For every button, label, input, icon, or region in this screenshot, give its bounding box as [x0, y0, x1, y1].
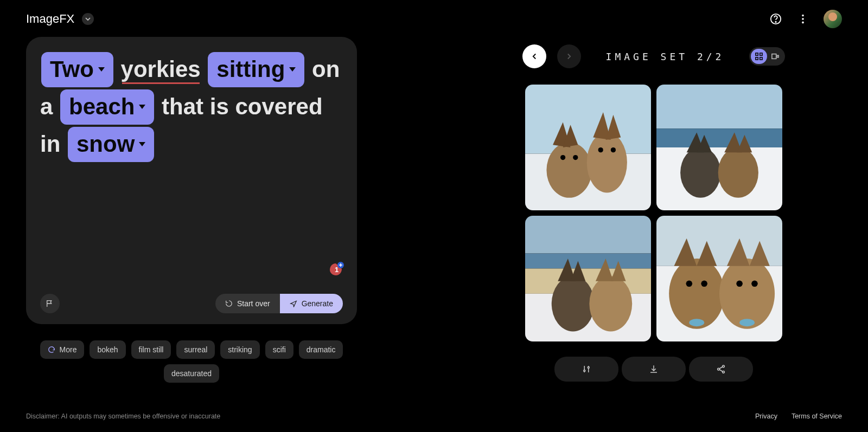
svg-rect-11 — [772, 54, 776, 59]
badge-icon: 1 — [328, 261, 344, 278]
grid-icon — [755, 53, 763, 60]
style-chip[interactable]: desaturated — [164, 364, 219, 383]
chevron-down-icon — [139, 142, 145, 146]
grid-view-button[interactable] — [751, 49, 767, 64]
svg-point-16 — [587, 132, 627, 192]
svg-point-59 — [588, 367, 589, 369]
result-thumb-2[interactable] — [656, 85, 782, 210]
svg-point-46 — [669, 259, 724, 329]
privacy-link[interactable]: Privacy — [755, 412, 777, 420]
share-button[interactable] — [689, 357, 753, 382]
start-over-button[interactable]: Start over — [215, 294, 280, 313]
prompt-word-yorkies[interactable]: yorkies — [121, 56, 201, 82]
style-row: More bokeh film still surreal striking s… — [26, 340, 357, 383]
help-button[interactable] — [769, 12, 782, 25]
single-view-button[interactable] — [767, 49, 783, 64]
arrow-right-icon — [564, 51, 574, 61]
svg-point-29 — [718, 147, 758, 198]
svg-rect-8 — [760, 53, 762, 55]
flag-icon — [46, 299, 54, 308]
share-icon — [716, 364, 726, 374]
svg-rect-10 — [760, 57, 762, 60]
prompt-actions: Start over Generate — [40, 294, 343, 313]
svg-point-54 — [736, 280, 743, 287]
prompt-chip-beach[interactable]: beach — [60, 89, 154, 125]
style-chip[interactable]: surreal — [176, 340, 215, 359]
style-more-label: More — [60, 345, 77, 354]
prompt-chip-two[interactable]: Two — [41, 52, 113, 87]
svg-point-47 — [719, 259, 775, 329]
user-avatar[interactable] — [824, 10, 842, 28]
download-button[interactable] — [622, 357, 686, 382]
start-over-label: Start over — [237, 299, 270, 308]
svg-rect-26 — [656, 128, 782, 147]
style-chip[interactable]: dramatic — [299, 340, 343, 359]
result-thumb-4[interactable] — [656, 216, 782, 341]
send-icon — [290, 300, 297, 307]
prompt-chip-snow[interactable]: snow — [68, 127, 154, 162]
svg-rect-34 — [525, 216, 651, 254]
svg-point-2 — [802, 15, 804, 17]
app-dropdown[interactable] — [82, 13, 94, 25]
next-set-button[interactable] — [557, 44, 581, 68]
svg-point-23 — [598, 147, 603, 152]
footer-links: Privacy Terms of Service — [755, 412, 842, 420]
more-vert-icon — [797, 13, 809, 25]
generate-button[interactable]: Generate — [280, 294, 343, 313]
chip-label: snow — [76, 128, 135, 161]
flag-button[interactable] — [40, 294, 60, 313]
single-icon — [771, 53, 779, 60]
main: Two yorkies sitting on a beach that is c… — [0, 34, 868, 402]
style-chip[interactable]: bokeh — [90, 340, 125, 359]
tos-link[interactable]: Terms of Service — [792, 412, 842, 420]
help-icon — [770, 13, 782, 25]
chevron-down-icon — [289, 67, 296, 72]
right-column: IMAGE SET 2/2 — [465, 37, 842, 402]
result-thumb-1[interactable] — [525, 85, 651, 210]
generate-label: Generate — [302, 299, 333, 308]
svg-point-28 — [680, 147, 720, 198]
app-name: ImageFX — [26, 12, 74, 26]
style-chip[interactable]: film still — [131, 340, 171, 359]
svg-point-52 — [686, 280, 693, 287]
svg-point-39 — [589, 276, 632, 331]
svg-point-56 — [689, 319, 704, 326]
chevron-down-icon — [139, 105, 145, 109]
set-header: IMAGE SET 2/2 — [465, 44, 842, 68]
svg-point-4 — [802, 22, 804, 24]
svg-point-55 — [751, 280, 758, 287]
chip-label: beach — [69, 91, 135, 124]
svg-point-24 — [611, 147, 616, 152]
chevron-down-icon — [85, 16, 91, 22]
top-bar: ImageFX — [0, 0, 868, 34]
image-set-label: IMAGE SET 2/2 — [606, 51, 725, 62]
chevron-down-icon — [98, 67, 105, 72]
refresh-icon — [48, 346, 55, 353]
style-label: desaturated — [171, 369, 212, 378]
svg-rect-12 — [777, 55, 779, 57]
svg-point-58 — [584, 370, 585, 372]
style-more-button[interactable]: More — [40, 340, 85, 359]
style-label: dramatic — [307, 345, 336, 354]
svg-point-21 — [560, 155, 565, 160]
svg-point-38 — [552, 276, 595, 331]
style-chip[interactable]: striking — [220, 340, 259, 359]
svg-point-53 — [701, 280, 707, 287]
style-label: bokeh — [97, 345, 118, 354]
style-chip[interactable]: scifi — [265, 340, 293, 359]
refresh-icon — [225, 300, 233, 307]
left-column: Two yorkies sitting on a beach that is c… — [26, 37, 357, 402]
svg-rect-35 — [525, 254, 651, 269]
prompt-chip-sitting[interactable]: sitting — [208, 52, 304, 87]
prompt-text[interactable]: Two yorkies sitting on a beach that is c… — [40, 51, 343, 294]
prev-set-button[interactable] — [522, 44, 546, 68]
chip-label: Two — [50, 53, 94, 86]
style-label: striking — [228, 345, 252, 354]
more-menu-button[interactable] — [796, 12, 809, 25]
view-toggle — [749, 47, 785, 66]
result-thumb-3[interactable] — [525, 216, 651, 341]
svg-point-1 — [775, 22, 776, 22]
tune-button[interactable] — [554, 357, 618, 382]
chip-label: sitting — [216, 53, 285, 86]
result-actions — [554, 357, 753, 382]
